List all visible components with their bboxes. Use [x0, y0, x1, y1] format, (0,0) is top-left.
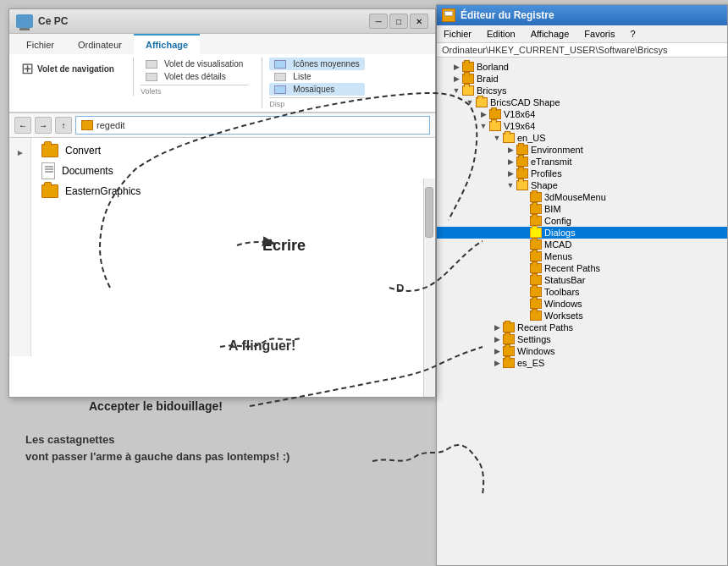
- close-button[interactable]: ✕: [410, 14, 428, 29]
- address-folder-icon: [81, 120, 93, 130]
- folder-icon: [530, 263, 542, 273]
- tree-item[interactable]: ▶Windows: [437, 345, 727, 357]
- tree-item[interactable]: Recent Paths: [437, 262, 727, 274]
- nav-icon: ⊞: [21, 59, 34, 78]
- tree-item[interactable]: ▶es_ES: [437, 357, 727, 369]
- doc-icon-documents: [41, 162, 55, 179]
- tab-affichage[interactable]: Affichage: [134, 34, 200, 54]
- tree-item[interactable]: Menus: [437, 250, 727, 262]
- visu-icon: [146, 60, 157, 69]
- tree-item[interactable]: Toolbars: [437, 286, 727, 298]
- menu-help[interactable]: ?: [626, 27, 638, 41]
- tree-item[interactable]: ▶Borland: [437, 61, 727, 73]
- menu-fichier[interactable]: Fichier: [440, 27, 475, 41]
- folder-icon: [530, 192, 542, 202]
- tree-item[interactable]: ▶Braid: [437, 73, 727, 85]
- volet-details-button[interactable]: Volet des détails: [141, 70, 248, 83]
- back-button[interactable]: ←: [14, 117, 31, 134]
- tree-label: Settings: [517, 334, 551, 344]
- tree-expander[interactable]: ▶: [491, 335, 503, 343]
- tree-item[interactable]: ▶Settings: [437, 333, 727, 345]
- file-label-convert: Convert: [65, 145, 101, 157]
- tree-label: Worksets: [544, 310, 583, 321]
- liste-icon: [274, 73, 286, 81]
- folder-icon: [516, 157, 528, 167]
- scrollbar-thumb[interactable]: [425, 187, 433, 238]
- maximize-button[interactable]: □: [389, 14, 408, 29]
- minimize-button[interactable]: ─: [369, 14, 388, 29]
- file-label-eastern: EasternGraphics: [65, 185, 141, 197]
- registry-icon: [442, 8, 455, 22]
- tree-item[interactable]: ▼Bricsys: [437, 85, 727, 96]
- explorer-addressbar: ← → ↑ regedit: [9, 113, 435, 138]
- tree-expander[interactable]: ▶: [477, 110, 489, 118]
- volet-nav-button[interactable]: ⊞ Volet de navigation: [16, 58, 119, 80]
- volet-details-label: Volet des détails: [164, 72, 226, 81]
- tree-item[interactable]: ▶eTransmit: [437, 156, 727, 168]
- tab-ordinateur[interactable]: Ordinateur: [66, 34, 134, 54]
- explorer-title: Ce PC: [38, 15, 68, 27]
- castagnettes-label: Les castagnettes vont passer l'arme à ga…: [25, 431, 290, 464]
- up-button[interactable]: ↑: [55, 117, 72, 134]
- icones-icon: [274, 60, 286, 69]
- tree-label: Windows: [544, 299, 582, 309]
- tree-label: StatusBar: [544, 275, 585, 285]
- tree-label: Bricsys: [477, 85, 506, 96]
- tree-item[interactable]: ▼BricsCAD Shape: [437, 96, 727, 108]
- volet-visu-label: Volet de visualisation: [164, 59, 243, 69]
- tree-label: MCAD: [544, 239, 571, 250]
- volet-visu-button[interactable]: Volet de visualisation: [141, 58, 248, 70]
- accepter-label: Accepter le bidouillage!: [89, 399, 223, 413]
- tree-expander[interactable]: ▶: [491, 347, 503, 355]
- menu-favoris[interactable]: Favoris: [581, 27, 618, 41]
- tree-expander[interactable]: ▶: [450, 74, 462, 83]
- tree-label: V19x64: [504, 121, 535, 131]
- tree-item[interactable]: MCAD: [437, 239, 727, 250]
- tree-item[interactable]: ▶Profiles: [437, 168, 727, 179]
- tree-label: Windows: [517, 346, 555, 356]
- icones-button[interactable]: Icônes moyennes: [269, 58, 364, 70]
- d-label: D: [396, 282, 404, 294]
- tree-expander[interactable]: ▼: [505, 181, 516, 190]
- window-controls: ─ □ ✕: [369, 14, 428, 29]
- folder-icon: [530, 204, 542, 214]
- tree-expander[interactable]: ▶: [491, 323, 503, 332]
- file-item-documents[interactable]: Documents: [38, 160, 428, 182]
- tree-item[interactable]: BIM: [437, 203, 727, 215]
- mosaiques-button[interactable]: Mosaïques: [269, 83, 364, 96]
- tree-item[interactable]: Dialogs: [437, 227, 727, 239]
- folder-icon: [530, 251, 542, 261]
- folder-icon: [503, 358, 515, 368]
- tree-item[interactable]: ▶V18x64: [437, 108, 727, 120]
- tree-expander[interactable]: ▶: [450, 63, 462, 71]
- tree-expander[interactable]: ▼: [464, 98, 476, 107]
- tree-item[interactable]: Config: [437, 215, 727, 227]
- tab-fichier[interactable]: Fichier: [14, 34, 66, 54]
- tree-expander[interactable]: ▶: [491, 359, 503, 367]
- tree-item[interactable]: StatusBar: [437, 274, 727, 286]
- tree-item[interactable]: ▼Shape: [437, 179, 727, 191]
- forward-button[interactable]: →: [35, 117, 52, 134]
- scrollbar[interactable]: [423, 179, 435, 397]
- tree-expander[interactable]: ▶: [505, 169, 516, 178]
- registry-tree[interactable]: ▶Borland▶Braid▼Bricsys▼BricsCAD Shape▶V1…: [437, 58, 727, 552]
- liste-button[interactable]: Liste: [269, 70, 364, 83]
- tree-expander[interactable]: ▼: [450, 86, 462, 95]
- tree-expander[interactable]: ▼: [477, 122, 489, 130]
- tree-item[interactable]: Worksets: [437, 310, 727, 321]
- file-item-convert[interactable]: Convert: [38, 141, 428, 160]
- address-input[interactable]: regedit: [75, 116, 430, 135]
- address-text: regedit: [97, 120, 125, 130]
- tree-expander[interactable]: ▶: [505, 146, 516, 154]
- menu-affichage[interactable]: Affichage: [527, 27, 573, 41]
- tree-item[interactable]: ▶Environment: [437, 144, 727, 156]
- tree-item[interactable]: ▶Recent Paths: [437, 321, 727, 333]
- menu-edition[interactable]: Edition: [483, 27, 519, 41]
- tree-expander[interactable]: ▶: [505, 157, 516, 166]
- tree-item[interactable]: Windows: [437, 298, 727, 310]
- tree-expander[interactable]: ▼: [491, 134, 503, 142]
- tree-item[interactable]: ▼V19x64: [437, 120, 727, 132]
- file-item-eastern[interactable]: EasternGraphics: [38, 182, 428, 201]
- tree-item[interactable]: ▼en_US: [437, 132, 727, 144]
- tree-item[interactable]: 3dMouseMenu: [437, 191, 727, 203]
